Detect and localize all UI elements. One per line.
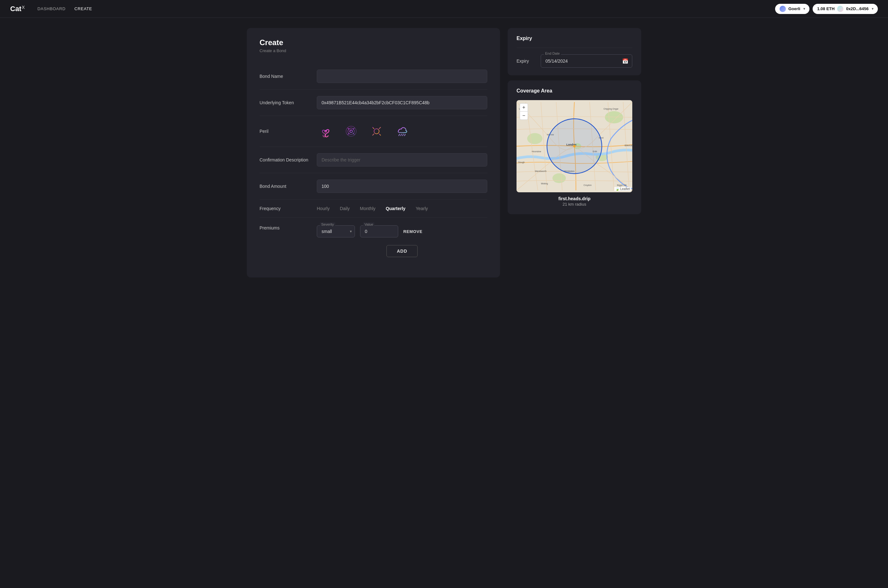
- coverage-card: Coverage Area: [508, 80, 641, 214]
- expiry-card: Expiry Expiry End Date 📅: [508, 28, 641, 75]
- peril-label: Peril: [260, 129, 317, 134]
- peril-rain-icon[interactable]: [393, 122, 411, 140]
- svg-text:Biggin Hill: Biggin Hill: [617, 184, 627, 187]
- value-input-wrap: Value: [360, 225, 398, 237]
- logo-cat-text: Cat: [10, 5, 21, 13]
- peril-icons: [317, 122, 411, 140]
- svg-text:Hounslow: Hounslow: [532, 150, 541, 153]
- main-nav: DASHBOARD CREATE: [38, 6, 775, 11]
- bond-amount-input[interactable]: [317, 180, 487, 193]
- svg-line-14: [379, 134, 380, 135]
- svg-point-23: [527, 133, 542, 144]
- logo: CatX: [10, 5, 25, 13]
- value-label: Value: [363, 222, 374, 226]
- expiry-row: Expiry End Date 📅: [517, 54, 632, 68]
- bond-name-input[interactable]: [317, 70, 487, 83]
- coverage-location: first.heads.drip: [517, 196, 632, 201]
- bond-name-row: Bond Name: [260, 63, 487, 90]
- peril-heat-icon[interactable]: [368, 122, 386, 140]
- nav-create[interactable]: CREATE: [74, 6, 92, 11]
- coverage-title: Coverage Area: [517, 88, 632, 94]
- svg-point-3: [350, 130, 352, 132]
- map-zoom-in-button[interactable]: +: [520, 103, 528, 111]
- end-date-input[interactable]: [541, 54, 632, 68]
- calendar-icon: 📅: [622, 58, 628, 64]
- end-date-label: End Date: [544, 51, 561, 55]
- coverage-radius: 21 km radius: [517, 202, 632, 207]
- wallet-address: 0x2D...6456: [846, 6, 868, 11]
- svg-line-15: [379, 128, 380, 129]
- main-layout: Create Create a Bond Bond Name Underlyin…: [221, 18, 667, 288]
- premiums-content: Severity small medium large ▾ Value REMO…: [317, 225, 487, 257]
- header-right: Goerli ▾ 1.08 ETH 0x2D...6456 ▾: [775, 4, 878, 14]
- freq-hourly[interactable]: Hourly: [317, 206, 329, 211]
- underlying-token-row: Underlying Token: [260, 90, 487, 116]
- expiry-title: Expiry: [517, 36, 632, 41]
- svg-text:Wandsworth: Wandsworth: [535, 170, 546, 172]
- svg-line-13: [373, 128, 374, 129]
- map-zoom-out-button[interactable]: −: [520, 111, 528, 120]
- date-input-wrap: End Date 📅: [541, 54, 632, 68]
- bond-amount-row: Bond Amount: [260, 173, 487, 200]
- map-controls: + −: [520, 103, 528, 120]
- page-title: Create: [260, 38, 487, 47]
- create-form-panel: Create Create a Bond Bond Name Underlyin…: [247, 28, 500, 278]
- svg-text:Chipping Ongar: Chipping Ongar: [604, 108, 619, 110]
- wallet-chevron-icon: ▾: [872, 7, 873, 10]
- peril-cyclone-icon[interactable]: [317, 122, 335, 140]
- nav-dashboard[interactable]: DASHBOARD: [38, 6, 66, 11]
- header: CatX DASHBOARD CREATE Goerli ▾ 1.08 ETH …: [0, 0, 888, 18]
- svg-line-16: [373, 134, 374, 135]
- underlying-token-label: Underlying Token: [260, 100, 317, 105]
- svg-point-8: [374, 129, 379, 134]
- value-input[interactable]: [360, 225, 398, 237]
- svg-text:Slough: Slough: [518, 161, 525, 164]
- severity-label: Severity: [320, 222, 335, 226]
- network-chevron-icon: ▾: [803, 7, 805, 10]
- peril-row: Peril: [260, 116, 487, 147]
- confirmation-description-label: Confirmation Description: [260, 158, 317, 162]
- network-icon: [780, 6, 786, 12]
- svg-line-17: [399, 134, 400, 136]
- premiums-label: Premiums: [260, 225, 317, 230]
- confirmation-description-row: Confirmation Description: [260, 147, 487, 173]
- peril-seismic-icon[interactable]: [342, 122, 360, 140]
- expiry-label: Expiry: [517, 58, 536, 64]
- severity-select-wrap: Severity small medium large ▾: [317, 225, 355, 237]
- svg-line-18: [401, 134, 401, 136]
- page-subtitle: Create a Bond: [260, 48, 487, 53]
- svg-point-25: [553, 173, 566, 183]
- frequency-label: Frequency: [260, 206, 317, 211]
- svg-line-19: [403, 134, 403, 136]
- wallet-avatar: [837, 6, 843, 12]
- remove-button[interactable]: REMOVE: [403, 229, 422, 234]
- leaflet-text: Leaflet: [620, 187, 630, 191]
- frequency-row: Frequency Hourly Daily Monthly Quarterly…: [260, 200, 487, 218]
- frequency-options: Hourly Daily Monthly Quarterly Yearly: [317, 206, 428, 211]
- network-button[interactable]: Goerli ▾: [775, 4, 810, 14]
- wallet-button[interactable]: 1.08 ETH 0x2D...6456 ▾: [813, 4, 878, 14]
- bond-amount-label: Bond Amount: [260, 184, 317, 189]
- svg-text:Croydon: Croydon: [584, 184, 592, 187]
- freq-quarterly[interactable]: Quarterly: [386, 206, 406, 211]
- wallet-balance: 1.08 ETH: [817, 6, 835, 11]
- add-button[interactable]: ADD: [386, 245, 418, 257]
- network-name: Goerli: [789, 6, 801, 11]
- svg-point-42: [573, 145, 575, 147]
- confirmation-description-input[interactable]: [317, 153, 487, 166]
- underlying-token-input[interactable]: [317, 96, 487, 110]
- freq-monthly[interactable]: Monthly: [360, 206, 376, 211]
- freq-yearly[interactable]: Yearly: [416, 206, 428, 211]
- right-panel: Expiry Expiry End Date 📅 Coverage Area: [508, 28, 641, 278]
- logo-x-text: X: [22, 5, 24, 10]
- leaflet-badge: 🍃 Leaflet: [614, 187, 631, 191]
- svg-line-20: [404, 134, 405, 136]
- freq-daily[interactable]: Daily: [340, 206, 350, 211]
- premiums-row: Premiums Severity small medium large ▾ V…: [260, 218, 487, 265]
- map-container[interactable]: London Watford Chipping Ongar Billericay…: [517, 100, 632, 192]
- leaflet-icon: 🍃: [615, 187, 619, 191]
- svg-text:Woking: Woking: [541, 183, 548, 185]
- severity-select[interactable]: small medium large: [317, 225, 355, 237]
- premium-item: Severity small medium large ▾ Value REMO…: [317, 225, 487, 237]
- bond-name-label: Bond Name: [260, 74, 317, 79]
